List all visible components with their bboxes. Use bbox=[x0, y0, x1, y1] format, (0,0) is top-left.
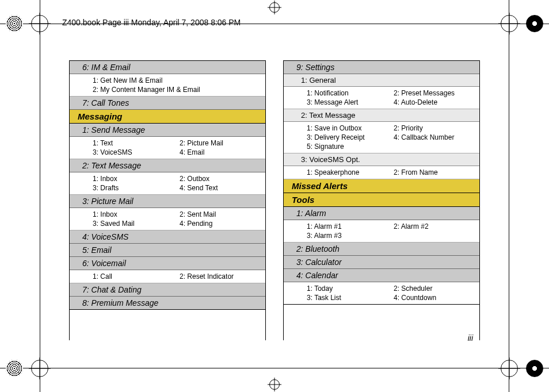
menu-item-im-email: 6: IM & Email bbox=[70, 60, 265, 74]
item: 2: Scheduler bbox=[394, 285, 476, 293]
item: 3: Message Alert bbox=[307, 98, 389, 106]
item: 4: Email bbox=[180, 148, 262, 156]
menu-item-text-message: 2: Text Message bbox=[70, 159, 265, 172]
submenu-items: 1: Call 2: Reset Indicator bbox=[70, 270, 265, 283]
section-tools: Tools bbox=[284, 193, 479, 207]
item: 4: Countdown bbox=[394, 294, 476, 302]
submenu-items: 1: Text 2: Picture Mail 3: VoiceSMS 4: E… bbox=[70, 137, 265, 159]
item: 4: Pending bbox=[180, 220, 262, 228]
submenu-items: 1: Today 2: Scheduler 3: Task List 4: Co… bbox=[284, 282, 479, 305]
crop-line-right bbox=[509, 0, 509, 392]
item: 2: Preset Messages bbox=[394, 89, 476, 97]
page-number: iii bbox=[468, 333, 473, 343]
item: 4: Auto-Delete bbox=[394, 98, 476, 106]
item: 1: Speakerphone bbox=[307, 168, 389, 176]
menu-item-voicemail: 6: Voicemail bbox=[70, 257, 265, 270]
menu-item-calendar: 4: Calendar bbox=[284, 269, 479, 282]
registration-mark-icon bbox=[269, 2, 280, 13]
item: 2: Outbox bbox=[180, 175, 262, 183]
menu-item-picture-mail: 3: Picture Mail bbox=[70, 195, 265, 208]
menu-item-email: 5: Email bbox=[70, 244, 265, 257]
item: 1: Today bbox=[307, 285, 389, 293]
registration-mark-icon bbox=[501, 15, 518, 32]
crop-line-left bbox=[40, 0, 40, 392]
submenu-items: 1: Get New IM & Email 2: My Content Mana… bbox=[70, 74, 265, 97]
submenu-general: 1: General bbox=[284, 74, 479, 87]
submenu-text-message: 2: Text Message bbox=[284, 109, 479, 122]
item: 3: VoiceSMS bbox=[93, 148, 175, 156]
registration-mark-icon bbox=[501, 360, 518, 377]
item: 4: Send Text bbox=[180, 184, 262, 192]
item: 2: From Name bbox=[394, 168, 476, 176]
submenu-items: 1: Speakerphone 2: From Name bbox=[284, 166, 479, 179]
item: 2: Picture Mail bbox=[180, 139, 262, 147]
item: 1: Text bbox=[93, 139, 175, 147]
registration-mark-icon bbox=[31, 360, 48, 377]
disc-icon bbox=[526, 15, 543, 32]
registration-mark-icon bbox=[31, 15, 48, 32]
right-column: 9: Settings 1: General 1: Notification 2… bbox=[283, 60, 480, 340]
crop-line-bottom bbox=[0, 368, 549, 368]
item: 1: Inbox bbox=[93, 210, 175, 218]
menu-item-alarm: 1: Alarm bbox=[284, 207, 479, 220]
submenu-items: 1: Alarm #1 2: Alarm #2 3: Alarm #3 bbox=[284, 220, 479, 243]
section-missed-alerts: Missed Alerts bbox=[284, 179, 479, 193]
left-column: 6: IM & Email 1: Get New IM & Email 2: M… bbox=[69, 60, 266, 340]
submenu-items: 1: Notification 2: Preset Messages 3: Me… bbox=[284, 87, 479, 109]
menu-item-send-message: 1: Send Message bbox=[70, 124, 265, 137]
item: 1: Notification bbox=[307, 89, 389, 97]
disc-icon bbox=[526, 360, 543, 377]
target-icon bbox=[6, 15, 23, 32]
item: 2: Sent Mail bbox=[180, 210, 262, 218]
running-header: Z400.book Page iii Monday, April 7, 2008… bbox=[62, 18, 241, 27]
target-icon bbox=[6, 360, 23, 377]
item: 2: Reset Indicator bbox=[180, 272, 262, 280]
menu-item-bluetooth: 2: Bluetooth bbox=[284, 243, 479, 256]
item: 4: Callback Number bbox=[394, 133, 476, 141]
item: 1: Inbox bbox=[93, 175, 175, 183]
item: 1: Call bbox=[93, 272, 175, 280]
item: 3: Saved Mail bbox=[93, 220, 175, 228]
menu-item-call-tones: 7: Call Tones bbox=[70, 97, 265, 110]
item: 1: Get New IM & Email bbox=[93, 76, 262, 84]
menu-item-settings: 9: Settings bbox=[284, 60, 479, 74]
submenu-voicesms-opt: 3: VoiceSMS Opt. bbox=[284, 153, 479, 166]
item: 1: Alarm #1 bbox=[307, 222, 389, 230]
item: 3: Alarm #3 bbox=[307, 232, 389, 240]
section-messaging: Messaging bbox=[70, 110, 265, 124]
item: 2: Priority bbox=[394, 124, 476, 132]
item: 2: My Content Manager IM & Email bbox=[93, 86, 262, 94]
item: 1: Save in Outbox bbox=[307, 124, 389, 132]
item: 3: Drafts bbox=[93, 184, 175, 192]
menu-item-premium-message: 8: Premium Message bbox=[70, 297, 265, 310]
item: 3: Task List bbox=[307, 294, 389, 302]
item bbox=[394, 232, 476, 240]
submenu-items: 1: Save in Outbox 2: Priority 3: Deliver… bbox=[284, 122, 479, 153]
submenu-items: 1: Inbox 2: Sent Mail 3: Saved Mail 4: P… bbox=[70, 208, 265, 230]
item: 3: Delivery Receipt bbox=[307, 133, 389, 141]
menu-item-voicesms: 4: VoiceSMS bbox=[70, 230, 265, 244]
item: 5: Signature bbox=[307, 143, 389, 151]
submenu-items: 1: Inbox 2: Outbox 3: Drafts 4: Send Tex… bbox=[70, 172, 265, 195]
item: 2: Alarm #2 bbox=[394, 222, 476, 230]
page-content: 6: IM & Email 1: Get New IM & Email 2: M… bbox=[69, 60, 480, 340]
registration-mark-icon bbox=[269, 379, 280, 390]
item bbox=[394, 143, 476, 151]
menu-item-calculator: 3: Calculator bbox=[284, 256, 479, 269]
menu-item-chat-dating: 7: Chat & Dating bbox=[70, 283, 265, 297]
